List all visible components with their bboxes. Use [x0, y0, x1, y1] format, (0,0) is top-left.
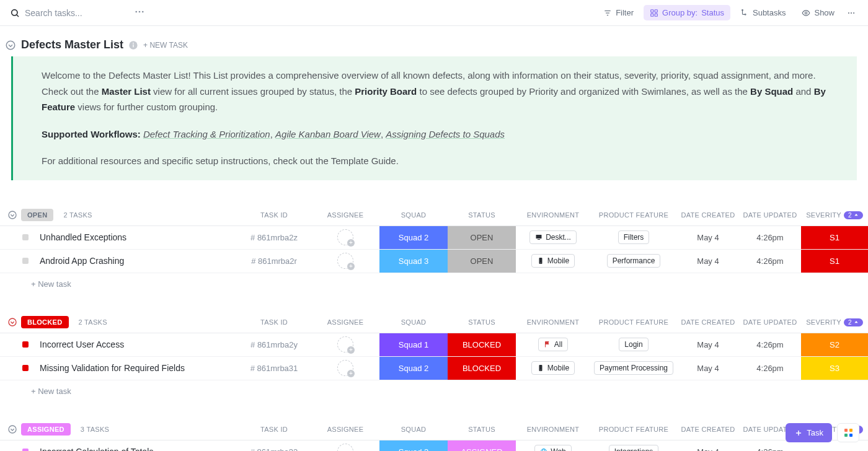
column-header-severity[interactable]: SEVERITY2	[801, 318, 868, 326]
group-status-pill[interactable]: OPEN	[21, 209, 53, 221]
task-row[interactable]: Missing Validation for Required Fields #…	[0, 357, 868, 380]
more-icon	[847, 9, 856, 17]
new-task-link[interactable]: + NEW TASK	[143, 41, 188, 50]
workflow-link-2[interactable]: Agile Kanban Board View	[275, 129, 381, 139]
svg-point-35	[542, 449, 545, 452]
apps-button[interactable]	[837, 423, 859, 442]
group-status-pill[interactable]: BLOCKED	[21, 316, 69, 328]
column-header-created[interactable]: DATE CREATED	[677, 318, 739, 326]
status-cell[interactable]: BLOCKED	[448, 357, 516, 380]
task-row[interactable]: Incorrect User Access # 861mrba2y Squad …	[0, 333, 868, 357]
group-collapse-icon[interactable]	[7, 424, 17, 434]
column-header-updated[interactable]: DATE UPDATED	[739, 318, 801, 326]
collapse-toggle-icon[interactable]	[5, 40, 16, 51]
search-input[interactable]	[25, 8, 124, 18]
task-id: # 861mrba32	[237, 447, 311, 452]
create-task-button[interactable]: Task	[786, 423, 832, 442]
created-cell: May 4	[677, 233, 739, 242]
column-header-status[interactable]: STATUS	[448, 318, 516, 326]
severity-cell[interactable]: S3	[801, 357, 868, 380]
column-header-environment[interactable]: ENVIRONMENT	[516, 426, 590, 433]
task-name[interactable]: Unhandled Exceptions	[40, 232, 237, 242]
svg-point-13	[745, 14, 746, 15]
environment-cell[interactable]: Mobile	[516, 254, 590, 268]
svg-point-32	[9, 426, 16, 433]
assignee-cell[interactable]	[311, 360, 379, 376]
column-header-feature[interactable]: PRODUCT FEATURE	[590, 211, 677, 219]
top-toolbar: Filter Group by: Status Subtasks Show	[0, 0, 868, 26]
toolbar-more-icon[interactable]	[134, 6, 145, 19]
svg-point-4	[142, 11, 144, 13]
filter-button[interactable]: Filter	[597, 5, 640, 20]
status-cell[interactable]: BLOCKED	[448, 333, 516, 356]
status-cell[interactable]: OPEN	[448, 226, 516, 249]
squad-cell[interactable]: Squad 2	[379, 226, 448, 249]
column-header-taskid[interactable]: TASK ID	[237, 426, 311, 433]
squad-cell[interactable]: Squad 2	[379, 357, 448, 380]
environment-cell[interactable]: All	[516, 338, 590, 351]
status-cell[interactable]: OPEN	[448, 250, 516, 273]
task-id: # 861mrba2r	[237, 256, 311, 266]
task-row[interactable]: Unhandled Exceptions # 861mrba2z Squad 2…	[0, 226, 868, 250]
column-header-status[interactable]: STATUS	[448, 426, 516, 433]
column-header-squad[interactable]: SQUAD	[379, 318, 448, 326]
group-collapse-icon[interactable]	[7, 210, 17, 220]
subtasks-button[interactable]: Subtasks	[734, 5, 792, 20]
add-task-button[interactable]: + New task	[0, 380, 868, 402]
assignee-cell[interactable]	[311, 253, 379, 269]
status-cell[interactable]: ASSIGNED	[448, 440, 516, 452]
assignee-cell[interactable]	[311, 336, 379, 352]
column-header-squad[interactable]: SQUAD	[379, 426, 448, 433]
column-header-assignee[interactable]: ASSIGNEE	[311, 211, 379, 219]
svg-rect-20	[133, 44, 133, 47]
assignee-cell[interactable]	[311, 444, 379, 451]
column-header-assignee[interactable]: ASSIGNEE	[311, 426, 379, 433]
feature-cell[interactable]: Login	[590, 338, 677, 351]
column-header-squad[interactable]: SQUAD	[379, 211, 448, 219]
task-name[interactable]: Missing Validation for Required Fields	[40, 363, 237, 373]
assignee-cell[interactable]	[311, 229, 379, 245]
squad-cell[interactable]: Squad 3	[379, 250, 448, 273]
column-header-feature[interactable]: PRODUCT FEATURE	[590, 426, 677, 433]
severity-cell[interactable]: S1	[801, 250, 868, 273]
workflow-link-1[interactable]: Defect Tracking & Prioritization	[143, 129, 270, 139]
column-header-created[interactable]: DATE CREATED	[677, 426, 739, 433]
column-header-environment[interactable]: ENVIRONMENT	[516, 318, 590, 326]
column-header-created[interactable]: DATE CREATED	[677, 211, 739, 219]
task-name[interactable]: Android App Crashing	[40, 256, 237, 266]
column-header-assignee[interactable]: ASSIGNEE	[311, 318, 379, 326]
column-header-environment[interactable]: ENVIRONMENT	[516, 211, 590, 219]
group-collapse-icon[interactable]	[7, 317, 17, 327]
group-status-pill[interactable]: ASSIGNED	[21, 423, 71, 436]
task-name[interactable]: Incorrect Calculation of Totals	[40, 447, 237, 451]
add-task-button[interactable]: + New task	[0, 273, 868, 295]
column-header-taskid[interactable]: TASK ID	[237, 318, 311, 326]
feature-cell[interactable]: Filters	[590, 230, 677, 244]
feature-cell[interactable]: Performance	[590, 254, 677, 268]
severity-cell[interactable]: S1	[801, 226, 868, 249]
severity-sort-badge[interactable]: 2	[844, 211, 863, 219]
environment-cell[interactable]: Web	[516, 445, 590, 451]
column-header-feature[interactable]: PRODUCT FEATURE	[590, 318, 677, 326]
environment-cell[interactable]: Mobile	[516, 361, 590, 375]
severity-sort-badge[interactable]: 2	[844, 318, 863, 326]
task-row[interactable]: Incorrect Calculation of Totals # 861mrb…	[0, 440, 868, 452]
task-name[interactable]: Incorrect User Access	[40, 339, 237, 349]
squad-cell[interactable]: Squad 1	[379, 333, 448, 356]
info-icon[interactable]	[128, 40, 138, 50]
squad-cell[interactable]: Squad 3	[379, 440, 448, 452]
show-button[interactable]: Show	[795, 5, 841, 20]
environment-cell[interactable]: Deskt...	[516, 230, 590, 244]
column-header-taskid[interactable]: TASK ID	[237, 211, 311, 219]
groupby-button[interactable]: Group by: Status	[644, 5, 730, 20]
task-row[interactable]: Android App Crashing # 861mrba2r Squad 3…	[0, 250, 868, 273]
group-blocked: BLOCKED 2 TASKS TASK ID ASSIGNEE SQUAD S…	[0, 312, 868, 402]
feature-cell[interactable]: Payment Processing	[590, 361, 677, 375]
workflow-link-3[interactable]: Assigning Defects to Squads	[386, 129, 505, 139]
column-header-status[interactable]: STATUS	[448, 211, 516, 219]
toolbar-overflow-button[interactable]	[844, 6, 858, 20]
column-header-updated[interactable]: DATE UPDATED	[739, 211, 801, 219]
feature-cell[interactable]: Integrations	[590, 445, 677, 451]
column-header-severity[interactable]: SEVERITY2	[801, 211, 868, 219]
severity-cell[interactable]: S2	[801, 333, 868, 356]
